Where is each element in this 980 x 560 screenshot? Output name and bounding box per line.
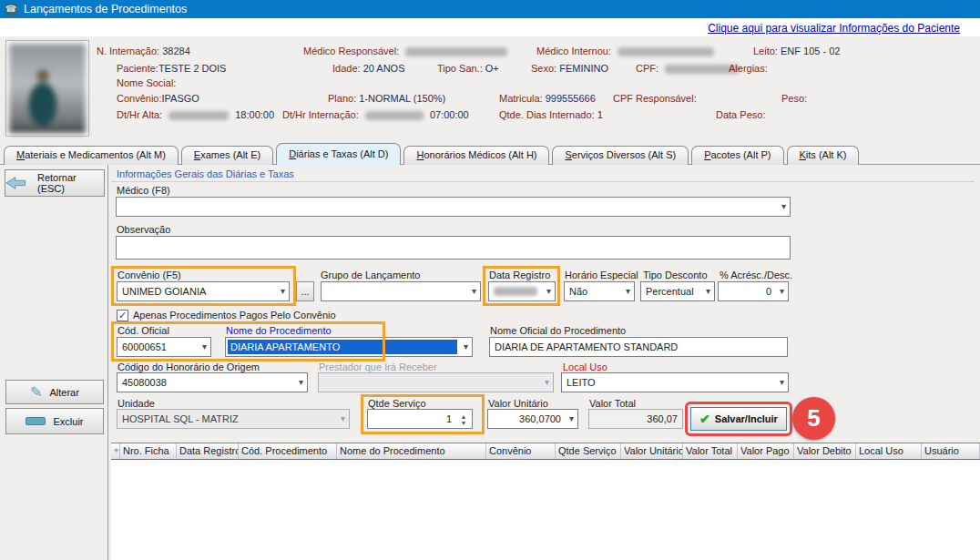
grid-column-header[interactable]: Nro. Ficha <box>120 443 177 459</box>
acresc-desc-label: % Acrésc./Desc. <box>720 270 792 280</box>
tab-4[interactable]: Serviços Diversos (Alt S) <box>552 146 689 165</box>
chevron-down-icon[interactable]: ▾ <box>464 341 468 351</box>
grid-column-header[interactable]: Valor Unitário <box>621 443 683 459</box>
alterar-button[interactable]: ✎ Alterar <box>5 380 104 404</box>
unidade-value: HOSPITAL SQL - MATRIZ <box>122 413 239 424</box>
retornar-button[interactable]: Retornar (ESC) <box>5 169 105 197</box>
tab-6[interactable]: Kits (Alt K) <box>787 146 860 165</box>
dthr-internacao-redacted-date <box>365 111 424 120</box>
grid-column-header[interactable]: Convênio <box>486 443 556 459</box>
medico-label: Médico (F8) <box>117 185 170 196</box>
cod-honorario-combobox[interactable]: 45080038 ▾ <box>117 372 308 392</box>
cod-honorario-label: Código do Honorário de Origem <box>117 361 260 372</box>
qtde-servico-value: 1 <box>446 413 452 424</box>
grid-body-empty[interactable] <box>111 460 980 560</box>
prestador-combobox: ▾ <box>318 372 554 392</box>
horario-especial-value: Não <box>569 286 587 297</box>
spin-down-icon[interactable]: ▼ <box>461 420 467 426</box>
chevron-down-icon[interactable]: ▾ <box>569 413 574 423</box>
chevron-down-icon[interactable]: ▾ <box>281 286 285 296</box>
nome-oficial-input[interactable]: DIARIA DE APARTAMENTO STANDARD <box>489 337 788 357</box>
tab-3[interactable]: Honorários Médicos (Alt H) <box>403 146 549 165</box>
medico-internou-redacted-value <box>618 47 714 56</box>
tipo-desconto-combobox[interactable]: Percentual ▾ <box>640 281 715 301</box>
local-uso-value: LEITO <box>567 377 596 388</box>
local-uso-combobox[interactable]: LEITO ▾ <box>561 372 789 392</box>
field-cpf-responsavel: CPF Responsável: <box>613 93 697 104</box>
grid-column-header[interactable]: Nome do Procedimento <box>337 443 486 459</box>
nome-procedimento-label: Nome do Procedimento <box>226 325 332 336</box>
chevron-down-icon[interactable]: ▾ <box>546 286 551 296</box>
cod-oficial-combobox[interactable]: 60000651 ▾ <box>117 337 211 357</box>
spinner-buttons[interactable]: ▲ ▼ <box>457 412 470 428</box>
chevron-down-icon[interactable]: ▾ <box>626 286 630 296</box>
tipo-desconto-value: Percentual <box>646 286 694 297</box>
field-tipo-sanguineo: Tipo San.: O+ <box>437 63 499 74</box>
dthr-alta-redacted-date <box>168 111 229 120</box>
grupo-lancamento-combobox[interactable]: ▾ <box>321 281 481 301</box>
unidade-label: Unidade <box>117 398 155 409</box>
window-titlebar: ☎ Lançamentos de Procedimentos <box>0 0 980 18</box>
qtde-servico-spinner[interactable]: 1 ▲ ▼ <box>367 409 473 429</box>
grid-column-header[interactable]: Usuário <box>922 443 980 459</box>
grid-header-row: ✳ Nro. FichaData RegistroCód. Procedimen… <box>111 443 980 460</box>
convenio-browse-button[interactable]: ... <box>296 281 314 301</box>
eraser-icon <box>26 417 46 425</box>
excluir-button[interactable]: Excluir <box>5 408 104 434</box>
field-plano: Plano: 1-NORMAL (150%) <box>328 93 445 104</box>
chevron-down-icon[interactable]: ▾ <box>706 286 710 296</box>
observacao-input[interactable] <box>116 236 791 260</box>
nome-procedimento-combobox[interactable]: DIARIA APARTAMENTO ▾ <box>225 337 473 357</box>
grid-column-header[interactable]: Valor Total <box>683 443 738 459</box>
field-leito: Leito: ENF 105 - 02 <box>753 46 840 56</box>
ellipsis-icon: ... <box>301 286 309 297</box>
pagos-convenio-checkbox[interactable]: ✓ <box>117 310 128 321</box>
medico-combobox[interactable]: ▾ <box>116 197 791 217</box>
horario-especial-combobox[interactable]: Não ▾ <box>564 281 635 301</box>
grid-column-header[interactable]: Qtde Serviço <box>556 443 621 459</box>
field-medico-internou: Médico Internou: <box>536 46 718 56</box>
chevron-down-icon: ▾ <box>341 413 345 423</box>
green-check-icon: ✔ <box>699 412 710 426</box>
prestador-label: Prestador que Irá Receber <box>319 361 437 372</box>
link-bar: Clique aqui para visualizar Informações … <box>0 18 980 36</box>
grid-column-header[interactable]: Valor Pago <box>738 443 794 459</box>
excluir-label: Excluir <box>53 416 83 427</box>
tab-2[interactable]: Diárias e Taxas (Alt D) <box>276 143 401 165</box>
grid-column-header[interactable]: Cód. Procedimento <box>239 443 337 459</box>
field-nome-social: Nome Social: <box>117 77 176 88</box>
salvar-incluir-label: Salvar/Incluir <box>715 413 778 424</box>
data-registro-label: Data Registro <box>489 270 550 280</box>
patient-info-link[interactable]: Clique aqui para visualizar Informações … <box>708 22 960 35</box>
chevron-down-icon[interactable]: ▾ <box>472 286 476 296</box>
patient-photo-frame <box>5 40 89 137</box>
valor-unitario-label: Valor Unitário <box>488 398 548 409</box>
spin-up-icon[interactable]: ▲ <box>461 413 467 420</box>
tab-5[interactable]: Pacotes (Alt P) <box>691 146 783 165</box>
back-arrow-icon <box>5 176 30 190</box>
salvar-incluir-button[interactable]: ✔ Salvar/Incluir <box>690 407 787 431</box>
pencil-icon: ✎ <box>30 383 42 401</box>
nome-oficial-label: Nome Oficial do Procedimento <box>490 325 626 336</box>
convenio-value: UNIMED GOIANIA <box>122 286 206 297</box>
tab-0[interactable]: Materiais e Medicamentos (Alt M) <box>4 146 179 165</box>
chevron-down-icon[interactable]: ▾ <box>299 377 303 387</box>
pagos-convenio-checkbox-label[interactable]: Apenas Procedimentos Pagos Pelo Convênio <box>133 310 336 321</box>
field-dthr-internacao: Dt/Hr Internação: 07:00:00 <box>282 109 469 120</box>
convenio-combobox[interactable]: UNIMED GOIANIA ▾ <box>117 281 290 301</box>
data-registro-combobox[interactable]: ▾ <box>488 281 556 301</box>
valor-total-field: 360,07 <box>588 409 683 429</box>
chevron-down-icon[interactable]: ▾ <box>781 201 786 211</box>
grid-column-header[interactable]: Valor Debito <box>794 443 856 459</box>
acresc-desc-combobox[interactable]: 0 ▾ <box>718 281 789 301</box>
grid-column-header[interactable]: Local Uso <box>856 443 922 459</box>
tab-1[interactable]: Exames (Alt E) <box>181 146 273 165</box>
app-icon: ☎ <box>5 3 17 15</box>
chevron-down-icon[interactable]: ▾ <box>202 341 207 351</box>
grid-column-header[interactable]: Data Registro <box>177 443 239 459</box>
field-medico-responsavel: Médico Responsável: <box>303 46 511 56</box>
patient-photo <box>9 44 86 133</box>
chevron-down-icon[interactable]: ▾ <box>780 286 784 296</box>
valor-unitario-combobox[interactable]: 360,0700 ▾ <box>487 409 578 429</box>
chevron-down-icon[interactable]: ▾ <box>780 377 784 387</box>
